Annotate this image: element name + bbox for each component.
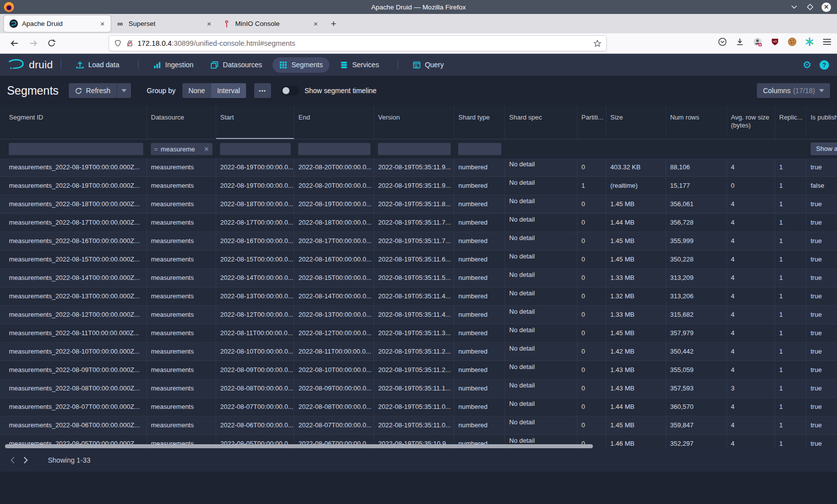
filter-input-version[interactable] [378, 142, 451, 155]
next-page-button[interactable] [19, 454, 32, 467]
table-row[interactable]: measurements_2022-08-13T00:00:00.000Z...… [0, 287, 837, 306]
maximize-icon[interactable] [806, 2, 815, 11]
cookie-icon[interactable] [787, 37, 797, 47]
refresh-options-button[interactable] [117, 83, 131, 98]
download-icon[interactable] [735, 37, 745, 47]
table-row[interactable]: measurements_2022-08-10T00:00:00.000Z...… [0, 343, 837, 361]
table-row[interactable]: measurements_2022-08-19T00:00:00.000Z...… [0, 158, 837, 177]
cell-start: 2022-08-10T00:00:00.0... [216, 343, 294, 361]
cell-shard-spec: No detail [505, 177, 577, 195]
filter-cell-datasource: =measureme✕ [147, 139, 216, 158]
lock-slash-icon[interactable] [126, 39, 134, 47]
table-row[interactable]: measurements_2022-08-07T00:00:00.000Z...… [0, 398, 837, 416]
show-all-filter-button[interactable]: Show all [811, 142, 837, 155]
filter-input-shard-type[interactable] [458, 142, 502, 155]
table-row[interactable]: measurements_2022-08-11T00:00:00.000Z...… [0, 324, 837, 343]
column-header-version[interactable]: Version [374, 106, 454, 139]
column-header-is-published[interactable]: Is published [807, 106, 837, 139]
column-header-replic[interactable]: Replic... [775, 106, 807, 139]
nav-item-ingestion[interactable]: Ingestion [146, 57, 200, 73]
cell-start: 2022-08-18T00:00:00.0... [216, 195, 294, 213]
cell-size: 1.45 MB [606, 232, 666, 250]
tab-close-icon[interactable]: × [99, 19, 106, 28]
refresh-button[interactable]: Refresh [69, 83, 117, 98]
horizontal-scrollbar[interactable] [5, 444, 593, 448]
back-icon[interactable] [10, 39, 19, 48]
table-row[interactable]: measurements_2022-08-15T00:00:00.000Z...… [0, 251, 837, 269]
cell-version: 2022-08-19T05:35:11.2... [374, 343, 454, 361]
table-row[interactable]: measurements_2022-08-16T00:00:00.000Z...… [0, 232, 837, 251]
tab-minio-console[interactable]: MinIO Console × [217, 15, 324, 32]
extension-account-icon[interactable] [752, 37, 762, 47]
tab-apache-druid[interactable]: Apache Druid × [4, 15, 111, 32]
ublock-icon[interactable]: uO [770, 37, 780, 47]
cell-segment-id: measurements_2022-08-09T00:00:00.000Z... [5, 361, 147, 379]
menu-icon[interactable] [822, 37, 832, 47]
table-row[interactable]: measurements_2022-08-06T00:00:00.000Z...… [0, 416, 837, 435]
new-tab-button[interactable]: + [331, 18, 336, 29]
table-row[interactable]: measurements_2022-08-14T00:00:00.000Z...… [0, 269, 837, 287]
tab-close-icon[interactable]: × [312, 19, 319, 28]
filter-input-end[interactable] [298, 142, 371, 155]
cell-start: 2022-08-19T00:00:00.0... [216, 177, 294, 195]
nav-item-segments[interactable]: Segments [273, 57, 329, 73]
column-header-size[interactable]: Size [606, 106, 666, 139]
reload-icon[interactable] [47, 39, 56, 47]
cell-start: 2022-08-15T00:00:00.0... [216, 251, 294, 268]
filter-cell-partiti [577, 139, 606, 158]
group-by-label: Group by [147, 87, 176, 95]
group-by-none-button[interactable]: None [182, 83, 211, 98]
column-header-datasource[interactable]: Datasource [147, 106, 216, 139]
close-icon[interactable]: ✕ [822, 2, 831, 12]
druid-logo[interactable]: druid [7, 58, 53, 71]
help-icon[interactable]: ? [820, 60, 829, 70]
column-header-segment-id[interactable]: Segment ID [5, 106, 147, 139]
table-row[interactable]: measurements_2022-08-19T00:00:00.000Z...… [0, 177, 837, 195]
nav-item-load-data[interactable]: Load data [69, 57, 126, 73]
filter-input-start[interactable] [220, 142, 291, 155]
column-header-start[interactable]: Start [216, 106, 294, 139]
nav-item-services[interactable]: Services [333, 57, 386, 73]
tab-close-icon[interactable]: × [206, 19, 212, 28]
cell-shard-spec: No detail [505, 324, 577, 342]
tab-strip: Apache Druid × ∞ Superset × MinIO Consol… [0, 14, 837, 33]
column-header-shard-spec[interactable]: Shard spec [505, 106, 577, 139]
minimize-icon[interactable] [790, 2, 799, 11]
column-header-shard-type[interactable]: Shard type [454, 106, 505, 139]
column-header-partiti[interactable]: Partiti... [577, 106, 606, 139]
cell-start: 2022-08-14T00:00:00.0... [216, 269, 294, 287]
forward-icon[interactable] [29, 39, 38, 48]
group-by-interval-button[interactable]: Interval [211, 83, 246, 98]
column-header-avg-row-size-bytes[interactable]: Avg. row size (bytes) [727, 106, 775, 139]
pocket-icon[interactable] [717, 37, 727, 47]
nav-item-datasources[interactable]: Datasources [204, 57, 269, 73]
tracking-shield-icon[interactable] [114, 39, 122, 47]
table-row[interactable]: measurements_2022-08-18T00:00:00.000Z...… [0, 195, 837, 214]
remove-filter-icon[interactable]: ✕ [202, 145, 209, 153]
cell-avg-row-size-bytes: 4 [727, 251, 775, 268]
column-header-end[interactable]: End [294, 106, 374, 139]
cell-shard-type: numbered [454, 158, 505, 176]
more-options-button[interactable]: ••• [254, 83, 272, 98]
bookmark-star-icon[interactable] [593, 39, 601, 47]
asterisk-extension-icon[interactable] [805, 37, 815, 47]
prev-page-button[interactable] [6, 454, 19, 467]
tab-superset[interactable]: ∞ Superset × [111, 15, 217, 32]
segment-timeline-toggle[interactable] [281, 86, 299, 96]
cell-num-rows: 88,106 [666, 158, 727, 176]
cell-partiti: 0 [577, 379, 606, 397]
filter-input-segment-id[interactable] [8, 142, 143, 155]
cell-shard-type: numbered [454, 251, 505, 268]
table-row[interactable]: measurements_2022-08-12T00:00:00.000Z...… [0, 306, 837, 324]
gear-icon[interactable]: ⚙ [803, 60, 812, 70]
column-header-num-rows[interactable]: Num rows [666, 106, 727, 139]
table-row[interactable]: measurements_2022-08-08T00:00:00.000Z...… [0, 379, 837, 398]
table-row[interactable]: measurements_2022-08-09T00:00:00.000Z...… [0, 361, 837, 379]
filter-input-datasource[interactable]: =measureme✕ [150, 142, 213, 155]
pagination-bar: Showing 1-33 [0, 449, 837, 472]
url-bar[interactable]: 172.18.0.4:30899/unified-console.html#se… [109, 35, 607, 51]
table-row[interactable]: measurements_2022-08-17T00:00:00.000Z...… [0, 214, 837, 232]
cell-shard-spec: No detail [505, 269, 577, 287]
columns-button[interactable]: Columns (17/18) [757, 83, 830, 98]
nav-item-query[interactable]: Query [406, 57, 450, 73]
